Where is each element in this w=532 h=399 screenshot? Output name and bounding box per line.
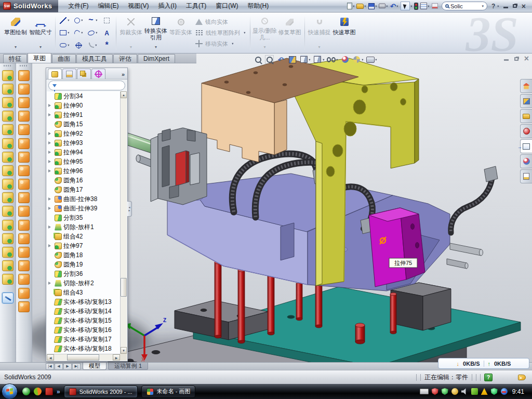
sketch-button[interactable]: 草图绘制 — [3, 14, 28, 52]
convert-entities-button[interactable]: 转换实体引用 — [143, 14, 168, 52]
expand-icon[interactable] — [48, 160, 53, 163]
expand-icon[interactable] — [48, 104, 53, 107]
feature-tree-item[interactable]: 拉伸90 — [47, 101, 120, 110]
feature-tree-item[interactable]: 拉伸96 — [47, 166, 120, 176]
lofted-surface-icon[interactable] — [18, 111, 30, 122]
reference-geometry-icon[interactable] — [2, 233, 14, 244]
feature-tree-item[interactable]: 圆角16 — [47, 176, 120, 185]
boundary-surface-icon[interactable] — [18, 165, 30, 176]
last-tab-button[interactable] — [72, 363, 81, 370]
network-icon[interactable] — [471, 388, 478, 395]
feature-tree-item[interactable]: 曲面-拉伸38 — [47, 194, 120, 204]
display-style-icon[interactable]: ▾ — [313, 55, 325, 64]
save[interactable]: ▾ — [367, 2, 378, 11]
blocked-icon[interactable] — [501, 388, 508, 395]
taskbar-task-paint[interactable]: 未命名 - 画图 — [141, 385, 196, 398]
previous-tab-button[interactable] — [55, 363, 63, 370]
mirror-entities-button[interactable]: 镜向实体 — [193, 17, 248, 27]
antivirus-icon[interactable] — [432, 388, 438, 395]
extruded-cut-icon[interactable] — [2, 84, 14, 95]
feature-tree-item[interactable]: 实体-移动/复制16 — [47, 325, 120, 335]
axis-icon[interactable] — [2, 260, 14, 271]
dome-icon[interactable] — [18, 288, 30, 299]
tab-motion-study[interactable]: 运动算例 1 — [108, 363, 148, 370]
expand-icon[interactable] — [48, 151, 53, 154]
feature-tree-item[interactable]: 切除-放样1 — [47, 222, 120, 232]
command-tab[interactable]: 模具工具 — [76, 54, 113, 63]
smart-dimension-button[interactable]: 智能尺寸 — [28, 14, 53, 52]
toolbar-grip[interactable] — [20, 65, 28, 66]
command-tab[interactable]: 曲面 — [52, 54, 76, 63]
feature-tree-item[interactable]: 组合42 — [47, 232, 120, 241]
scroll-up-button[interactable]: ▲ — [121, 91, 127, 98]
first-tab-button[interactable] — [46, 363, 54, 370]
feature-tree-item[interactable]: 切除-放样2 — [47, 278, 120, 288]
minimize-button[interactable] — [503, 4, 508, 8]
scroll-down-button[interactable]: ▼ — [121, 347, 127, 354]
tree-filter-input[interactable] — [48, 81, 125, 90]
move-entities-button[interactable]: 移动实体▾ — [193, 39, 248, 49]
surface-flatten-icon[interactable] — [18, 260, 30, 271]
solidworks-resources-tab[interactable] — [520, 79, 532, 93]
taskbar-task-solidworks[interactable]: SolidWorks 2009 - ... — [64, 385, 138, 398]
menu-item[interactable]: 编辑(E) — [94, 0, 124, 12]
scroll-thumb[interactable] — [67, 354, 99, 361]
replace-face-icon[interactable] — [18, 220, 30, 231]
arc[interactable]: ▾ — [72, 26, 86, 39]
edit-appearance-icon[interactable]: ▾ — [341, 55, 350, 64]
feature-tree-item[interactable]: 圆角19 — [47, 260, 120, 269]
appearances-scenes-tab[interactable] — [520, 154, 532, 168]
expand-icon[interactable] — [48, 113, 53, 116]
view-palette-tab[interactable] — [520, 139, 532, 153]
feature-tree-item[interactable]: 分割34 — [47, 91, 120, 101]
custom-properties-tab[interactable] — [520, 169, 532, 183]
menu-item[interactable]: 文件(F) — [63, 0, 93, 12]
feature-tree-item[interactable]: 实体-移动/复制15 — [47, 316, 120, 325]
menu-item[interactable]: 窗口(W) — [211, 0, 243, 12]
model-slide-block[interactable] — [369, 208, 425, 287]
search-input[interactable]: Solic ▾ — [442, 2, 487, 10]
feature-tree-item[interactable]: 实体-移动/复制13 — [47, 297, 120, 307]
menu-item[interactable]: 帮助(H) — [243, 0, 274, 12]
feature-tree-item[interactable]: 分割36 — [47, 269, 120, 278]
feature-tree-item[interactable]: 实体-移动/复制17 — [47, 335, 120, 344]
open[interactable]: ▾ — [355, 2, 367, 11]
repair-sketch-button[interactable]: 修复草图 — [277, 14, 302, 52]
split-icon[interactable] — [2, 179, 14, 190]
close-button[interactable]: × — [522, 4, 526, 9]
expand-icon[interactable] — [48, 132, 53, 135]
feature-tree-item[interactable]: 拉伸97 — [47, 241, 120, 250]
design-library-tab[interactable] — [520, 94, 532, 108]
feature-tree-item[interactable]: 圆角17 — [47, 185, 120, 194]
feature-tree-item[interactable]: 分割35 — [47, 213, 120, 222]
feature-tree-item[interactable]: 曲面-拉伸39 — [47, 204, 120, 213]
previous-view-icon[interactable]: ▾ — [276, 55, 285, 64]
start-button[interactable] — [2, 383, 18, 399]
dimxpertmanager-tab[interactable] — [91, 69, 105, 79]
feature-tree-item[interactable]: 拉伸91 — [47, 110, 120, 119]
plane-icon[interactable] — [2, 247, 14, 258]
curve-icon[interactable] — [2, 274, 14, 285]
expand-icon[interactable] — [48, 207, 53, 210]
expand-icon[interactable] — [48, 197, 53, 201]
linear-sketch-pattern-button[interactable]: 线性草图阵列▾ — [193, 28, 248, 38]
chamfer-icon[interactable] — [2, 138, 14, 149]
delete-face-icon[interactable] — [18, 206, 30, 217]
panel-splitter[interactable]: ◂▸ — [127, 201, 132, 217]
knit-surface-icon[interactable] — [18, 124, 30, 135]
feature-tree-item[interactable]: 圆角15 — [47, 119, 120, 129]
tags-icon[interactable] — [518, 375, 526, 380]
offset-surface-icon[interactable] — [18, 138, 30, 149]
undo[interactable]: ▾ — [389, 2, 400, 11]
thicken-icon[interactable] — [18, 179, 30, 190]
fillet-icon[interactable] — [2, 97, 14, 108]
rebuild[interactable]: ▾ — [413, 2, 419, 11]
view-settings-icon[interactable]: ▾ — [366, 55, 377, 64]
doc-minimize-button[interactable] — [504, 57, 509, 61]
next-tab-button[interactable] — [63, 363, 72, 370]
extruded-boss-icon[interactable] — [2, 70, 14, 81]
menu-item[interactable]: 视图(V) — [124, 0, 154, 12]
messenger-icon[interactable] — [22, 388, 30, 395]
filled-surface-icon[interactable] — [18, 274, 30, 285]
section-view-icon[interactable]: ▾ — [288, 55, 297, 64]
